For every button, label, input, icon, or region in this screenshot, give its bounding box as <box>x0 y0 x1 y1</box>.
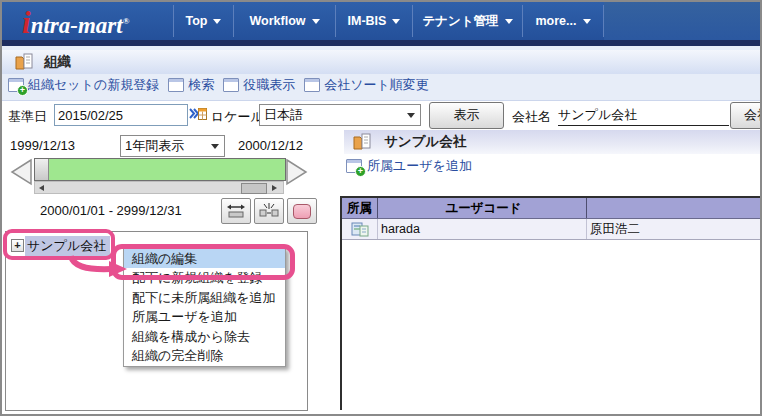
timeline-range-handle[interactable] <box>35 159 49 180</box>
org-context-menu: 組織の編集 配下に新規組織を登録 配下に未所属組織を追加 所属ユーザを追加 組織… <box>123 247 286 367</box>
stop-button[interactable] <box>287 198 317 224</box>
company-sort-label: 会社ソート順変更 <box>324 76 429 94</box>
chevron-down-icon <box>312 19 320 24</box>
select-arrow-icon <box>407 113 415 118</box>
registered-mark: ® <box>123 16 130 26</box>
add-window-icon <box>346 159 362 173</box>
company-sort-link[interactable]: 会社ソート順変更 <box>304 76 429 94</box>
intra-mart-logo: intra-mart® <box>22 4 129 43</box>
select-arrow-icon <box>211 144 219 149</box>
add-member-user-link[interactable]: 所属ユーザを追加 <box>346 156 472 176</box>
timeline-scrollbar <box>34 181 284 194</box>
scroll-left-icon[interactable] <box>39 185 44 191</box>
calendar-picker-icon[interactable] <box>189 106 207 121</box>
search-label: 検索 <box>188 76 214 94</box>
navbar-filler <box>604 2 760 40</box>
add-member-user-label: 所属ユーザを追加 <box>367 157 472 175</box>
menu-item-edit-org[interactable]: 組織の編集 <box>124 249 285 268</box>
collapse-burst-icon <box>259 202 279 220</box>
show-post-label: 役職表示 <box>243 76 295 94</box>
top-navbar: intra-mart® Top Workflow IM-BIS テナント管理 m… <box>2 2 760 40</box>
locale-label: ロケール <box>211 108 264 126</box>
locale-select-value: 日本語 <box>264 106 303 124</box>
action-toolbar: 組織セットの新規登録 検索 役職表示 会社ソート順変更 <box>8 75 429 95</box>
nav-item-more[interactable]: more... <box>523 2 603 40</box>
nav-item-tenant-admin[interactable]: テナント管理 <box>413 2 522 40</box>
nav-separator <box>603 5 604 37</box>
user-list-pane: 所属 ユーザコード harada 原田浩二 <box>340 196 762 410</box>
timeline-start-date: 1999/12/13 <box>10 138 75 153</box>
scrollbar-thumb[interactable] <box>241 183 267 194</box>
folder-page-icon <box>353 133 372 150</box>
tree-expand-toggle[interactable]: + <box>11 239 24 252</box>
company-select-button[interactable]: 会社 <box>730 102 762 129</box>
nav-item-top[interactable]: Top <box>174 2 233 40</box>
user-name-cell: 原田浩二 <box>587 219 762 239</box>
folder-page-icon <box>15 53 34 70</box>
timeline-next-arrow[interactable] <box>285 157 311 187</box>
right-panel-header: サンプル会社 <box>344 130 762 154</box>
chevron-down-icon <box>583 19 591 24</box>
pink-square-icon <box>293 204 311 219</box>
menu-item-add-unaffiliated-org[interactable]: 配下に未所属組織を追加 <box>124 288 285 307</box>
logo-red-i: i <box>22 5 31 40</box>
locale-select[interactable]: 日本語 <box>259 104 421 126</box>
show-button[interactable]: 表示 <box>429 102 504 129</box>
column-header-clipped[interactable] <box>587 198 762 218</box>
company-name-field[interactable]: サンプル会社 <box>558 106 729 126</box>
org-membership-icon <box>351 221 369 237</box>
column-header-affiliation[interactable]: 所属 <box>342 198 378 218</box>
application-window: intra-mart® Top Workflow IM-BIS テナント管理 m… <box>0 0 762 416</box>
window-icon <box>168 78 184 92</box>
tree-node-sample-company[interactable]: サンプル会社 <box>25 236 110 257</box>
logo-text: ntra-mart <box>31 13 123 38</box>
new-org-set-label: 組織セットの新規登録 <box>28 76 159 94</box>
page-title: 組織 <box>44 50 71 74</box>
timeline-range-select[interactable]: 1年間表示 <box>120 135 225 157</box>
add-window-icon <box>8 78 24 92</box>
nav-item-im-bis-label: IM-BIS <box>348 14 387 28</box>
collapse-button[interactable] <box>254 198 284 224</box>
show-post-link[interactable]: 役職表示 <box>223 76 295 94</box>
timeline-end-date: 2000/12/12 <box>238 138 303 153</box>
chevron-down-icon <box>392 19 400 24</box>
page-header-bar: 組織 <box>2 50 760 74</box>
resize-horizontal-icon <box>226 202 246 220</box>
user-table-header-row: 所属 ユーザコード <box>342 198 762 219</box>
nav-item-workflow[interactable]: Workflow <box>234 2 335 40</box>
timeline-range-value: 1年間表示 <box>125 137 184 155</box>
nav-item-more-label: more... <box>536 14 577 28</box>
search-link[interactable]: 検索 <box>168 76 214 94</box>
timeline-prev-arrow[interactable] <box>7 157 33 187</box>
affiliation-cell <box>342 219 378 239</box>
chevron-down-icon <box>213 19 221 24</box>
nav-item-top-label: Top <box>186 14 208 28</box>
nav-item-im-bis[interactable]: IM-BIS <box>336 2 412 40</box>
base-date-input[interactable] <box>54 104 188 126</box>
window-icon <box>304 78 320 92</box>
new-org-set-link[interactable]: 組織セットの新規登録 <box>8 76 159 94</box>
user-table-row[interactable]: harada 原田浩二 <box>342 219 762 240</box>
timeline-period-text: 2000/01/01 - 2999/12/31 <box>40 203 182 218</box>
column-header-user-code[interactable]: ユーザコード <box>378 198 587 218</box>
menu-item-delete-org[interactable]: 組織の完全削除 <box>124 346 285 365</box>
user-code-cell: harada <box>378 219 587 239</box>
scroll-right-icon[interactable] <box>272 185 277 191</box>
menu-item-add-member-user[interactable]: 所属ユーザを追加 <box>124 307 285 326</box>
company-name-label: 会社名 <box>512 108 551 126</box>
menu-item-register-child-org[interactable]: 配下に新規組織を登録 <box>124 268 285 287</box>
menu-item-remove-from-structure[interactable]: 組織を構成から除去 <box>124 327 285 346</box>
timeline-range-bar[interactable] <box>34 158 286 181</box>
right-panel-title: サンプル会社 <box>384 130 466 154</box>
nav-item-workflow-label: Workflow <box>249 14 305 28</box>
window-icon <box>223 78 239 92</box>
chevron-down-icon <box>505 19 513 24</box>
base-date-label: 基準日 <box>8 108 47 126</box>
nav-item-tenant-admin-label: テナント管理 <box>422 14 498 28</box>
fit-width-button[interactable] <box>221 198 251 224</box>
